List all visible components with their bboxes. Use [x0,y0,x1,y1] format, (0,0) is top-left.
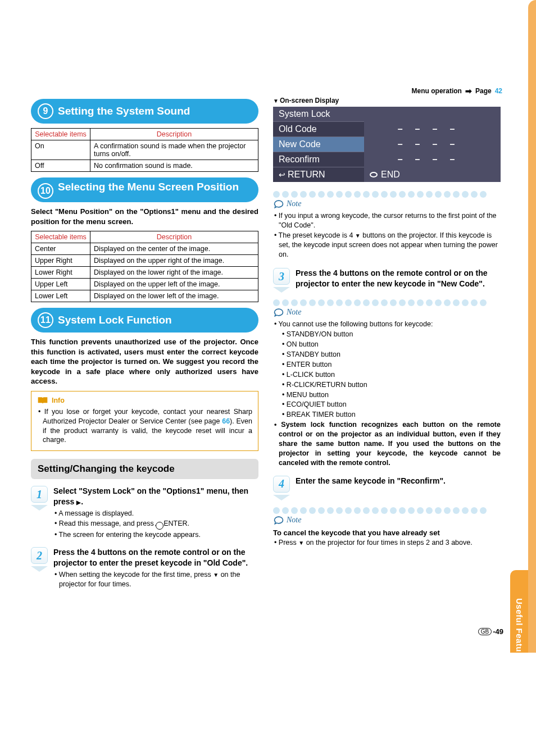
step-1: 1 Select "System Lock" on the "Options1"… [31,486,258,540]
osd-return: ↩RETURN [273,167,364,183]
table-header: Description [90,129,258,140]
table-header: Selectable items [31,231,90,243]
page-link-66[interactable]: 66 [222,417,230,425]
table-cell: Off [31,160,90,172]
page-ref-num: 42 [495,87,502,95]
section-number-11: 11 [38,312,53,328]
note-sub-item: • R-CLICK/RETURN button [287,380,501,390]
chevron-down-icon [31,505,48,511]
step-number-3: 3 [273,268,290,285]
note-icon [273,199,284,209]
osd-row-label: New Code [273,137,364,152]
note-item: • The preset keycode is 4 buttons on the… [279,231,501,259]
osd-row-label: Reconfirm [273,152,364,167]
step-1-title: Select "System Lock" on the "Options1" m… [53,486,258,507]
note-sublist: • STANDBY/ON button • ON button • STANDB… [279,330,501,420]
section-9-title: Setting the System Sound [58,105,190,117]
note-sub-item: • STANDBY button [287,350,501,359]
note-sub-item: • BREAK TIMER button [287,410,501,420]
page-number: GB-49 [478,627,503,636]
separator-dots [273,191,501,198]
chevron-down-icon [273,287,290,293]
osd-row-value: –––– [364,137,501,152]
osd-screenshot: System Lock Old Code–––– New Code–––– Re… [273,107,501,182]
osd-title: System Lock [273,107,501,122]
menu-operation-ref: Menu operation ➡ Page 42 [412,86,502,95]
note-1-list: • If you input a wrong keycode, the curs… [273,211,501,259]
step-3-title: Press the 4 buttons on the remote contro… [296,268,501,289]
down-triangle-icon [298,539,304,546]
step-4-title: Enter the same keycode in "Reconfirm". [296,476,501,486]
note-sub-item: • ECO/QUIET button [287,400,501,409]
note-sub-item: • ENTER button [287,360,501,370]
osd-row-value: –––– [364,122,501,137]
osd-label: On-screen Display [273,97,501,104]
step-number-4: 4 [273,476,290,493]
separator-dots [273,507,501,514]
note-heading: Note [273,307,501,317]
section-9-table: Selectable itemsDescription OnA confirma… [31,128,258,172]
table-cell: Upper Left [31,279,90,290]
info-box: Info • If you lose or forget your keycod… [31,391,258,452]
page-number-value: -49 [493,627,503,636]
return-arrow-icon: ↩ [279,170,285,179]
step-2-bullet: • When setting the keycode for the first… [59,570,258,589]
note-item: • If you input a wrong keycode, the curs… [279,211,501,230]
page-word: Page [475,87,492,95]
table-cell: On [31,140,90,160]
note-heading: Note [273,199,501,209]
section-10-title: Selecting the Menu Screen Position [58,181,239,193]
note-sub-item: • STANDBY/ON button [287,330,501,339]
step-number-1: 1 [31,486,48,503]
step-3: 3 Press the 4 buttons on the remote cont… [273,268,501,293]
info-heading: Info [37,396,252,405]
note-label: Note [287,516,301,525]
osd-end: END [364,167,501,183]
table-cell: Displayed on the upper left of the image… [90,279,258,290]
note-sub-item: • MENU button [287,390,501,400]
section-10-heading: 10 Selecting the Menu Screen Position [31,177,258,202]
cancel-list: • Press on the projector for four times … [273,538,501,548]
sidebar-tab: Useful Features [510,570,528,653]
sidebar-tab-label: Useful Features [515,598,524,653]
region-badge: GB [478,628,492,635]
note-icon [273,515,284,525]
step-2: 2 Press the 4 buttons on the remote cont… [31,547,258,590]
table-cell: Displayed on the center of the image. [90,243,258,255]
step-1-bullet: • A message is displayed. [59,509,258,518]
separator-dots [273,299,501,306]
step-1-bullet: • Read this message, and press ENTER. [59,519,258,530]
cancel-heading: To cancel the keycode that you have alre… [273,529,501,537]
note-sub-item: • L-CLICK button [287,370,501,380]
section-10-table: Selectable itemsDescription CenterDispla… [31,231,258,302]
info-text: • If you lose or forget your keycode, co… [37,407,252,445]
table-cell: Displayed on the lower right of the imag… [90,267,258,279]
osd-row-value: –––– [364,152,501,167]
note-label: Note [287,199,301,208]
cancel-item: • Press on the projector for four times … [279,538,501,548]
section-number-10: 10 [38,183,53,199]
note-sub-item: • ON button [287,340,501,349]
table-header: Selectable items [31,129,90,140]
book-icon [37,396,48,405]
down-triangle-icon [355,231,361,239]
right-column: On-screen Display System Lock Old Code––… [273,95,501,596]
page-edge-strip [528,0,536,653]
end-icon [370,172,378,177]
section-11-title: System Lock Function [58,314,172,326]
table-cell: No confirmation sound is made. [90,160,258,172]
section-9-heading: 9 Setting the System Sound [31,99,258,124]
menu-operation-label: Menu operation [412,87,462,95]
note-icon [273,307,284,317]
keycode-subheading: Setting/Changing the keycode [31,459,258,479]
section-11-para: This function prevents unauthorized use … [31,337,258,386]
table-cell: Displayed on the lower left of the image… [90,290,258,302]
step-2-title: Press the 4 buttons on the remote contro… [53,547,258,568]
info-label: Info [52,397,65,404]
step-1-bullet: • The screen for entering the keycode ap… [59,530,258,540]
chevron-down-icon [31,566,48,572]
table-cell: Center [31,243,90,255]
note-2-list: • You cannot use the following buttons f… [273,320,501,467]
table-cell: Lower Left [31,290,90,302]
note-item: • You cannot use the following buttons f… [279,320,501,329]
